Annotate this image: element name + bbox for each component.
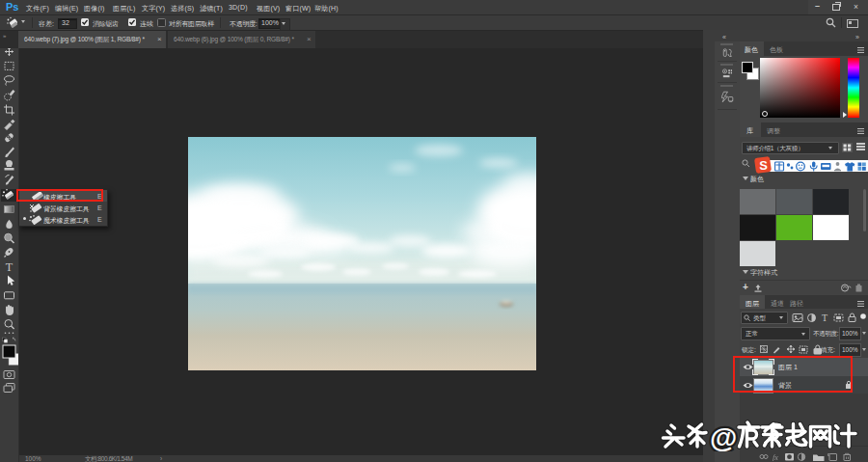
svg-text:T: T — [6, 260, 14, 274]
svg-text:S: S — [759, 158, 768, 173]
svg-text:@: @ — [710, 422, 737, 452]
svg-text:T: T — [822, 313, 827, 323]
svg-text:fx: fx — [773, 453, 778, 462]
